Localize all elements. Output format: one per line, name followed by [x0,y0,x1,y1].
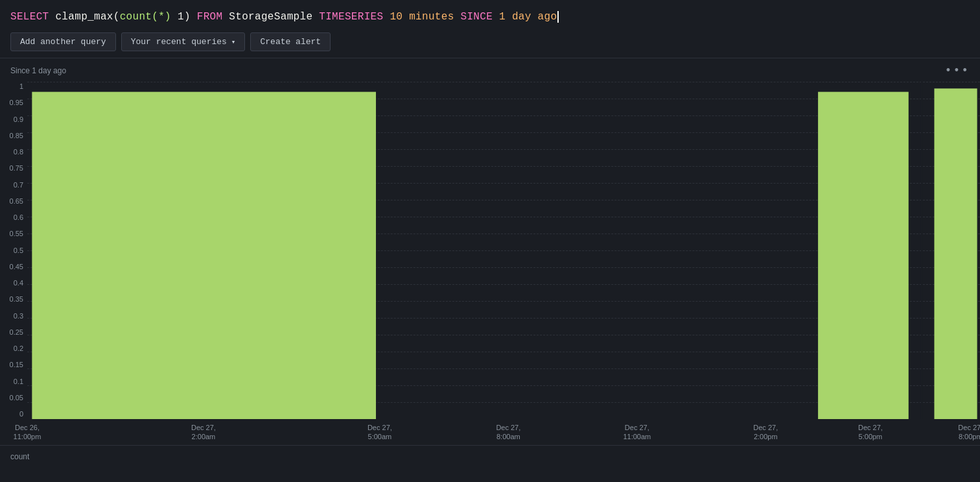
x-axis-label: Dec 27,5:00pm [858,423,883,442]
y-axis-label: 0.45 [0,263,27,271]
chart-menu-button[interactable]: ••• [945,65,970,77]
x-axis: Dec 26,11:00pmDec 27,2:00amDec 27,5:00am… [27,419,980,445]
x-axis-label: Dec 27,5:00am [368,423,392,442]
kw-since: SINCE [454,11,493,23]
x-axis-label: Dec 26,11:00pm [14,423,41,442]
kw-select: SELECT [10,11,49,23]
query-bar: SELECT clamp_max(count(*) 1) FROM Storag… [0,0,980,58]
chart-container: 00.050.10.150.20.250.30.350.40.450.50.55… [0,82,980,445]
y-axis-label: 0.4 [0,280,27,287]
count-label: count [10,452,29,461]
kw-table: StorageSample [222,11,312,23]
chart-section: Since 1 day ago ••• 00.050.10.150.20.250… [0,58,980,445]
y-axis-label: 0.65 [0,198,27,205]
recent-queries-button[interactable]: Your recent queries [121,32,246,51]
kw-limit: 1) [171,11,191,23]
bottom-section: count [0,445,980,468]
chart-bar [934,88,977,419]
y-axis-label: 0.1 [0,378,27,385]
y-axis-label: 0 [0,411,27,418]
x-axis-label: Dec 27,8:00pm [958,423,980,442]
kw-clamp: clamp_max( [55,11,119,23]
chart-svg [27,82,980,419]
y-axis-label: 0.95 [0,99,27,106]
y-axis-label: 0.15 [0,361,27,368]
kw-from: FROM [191,11,223,23]
y-axis-label: 0.6 [0,214,27,221]
add-query-button[interactable]: Add another query [10,32,116,51]
y-axis-label: 1 [0,83,27,90]
x-axis-label: Dec 27,11:00am [623,423,651,442]
x-axis-label: Dec 27,8:00am [496,423,520,442]
chart-header: Since 1 day ago ••• [0,58,980,79]
y-axis-label: 0.2 [0,345,27,352]
chart-area [27,82,980,419]
y-axis-label: 0.3 [0,313,27,320]
x-axis-label: Dec 27,2:00pm [753,423,778,442]
kw-count: count(*) [120,11,171,23]
kw-timeseries: TIMESERIES [312,11,383,23]
chart-divider [921,82,923,419]
y-axis-label: 0.85 [0,132,27,139]
text-cursor [557,11,559,23]
y-axis-label: 0.55 [0,230,27,237]
query-display: SELECT clamp_max(count(*) 1) FROM Storag… [10,9,970,25]
y-axis-label: 0.05 [0,394,27,402]
chart-since-label: Since 1 day ago [10,66,66,75]
kw-interval: 10 minutes [383,11,454,23]
y-axis-label: 0.8 [0,149,27,156]
create-alert-button[interactable]: Create alert [250,32,331,51]
chart-bar [32,92,376,419]
y-axis-label: 0.75 [0,165,27,172]
chart-bar [818,92,909,419]
y-axis-label: 0.25 [0,329,27,336]
kw-timerange: 1 day ago [493,11,557,23]
y-axis-label: 0.5 [0,247,27,254]
y-axis: 00.050.10.150.20.250.30.350.40.450.50.55… [0,82,27,419]
x-axis-label: Dec 27,2:00am [191,423,216,442]
y-axis-label: 0.35 [0,296,27,303]
y-axis-label: 0.7 [0,182,27,189]
toolbar: Add another query Your recent queries Cr… [10,32,970,51]
y-axis-label: 0.9 [0,116,27,123]
